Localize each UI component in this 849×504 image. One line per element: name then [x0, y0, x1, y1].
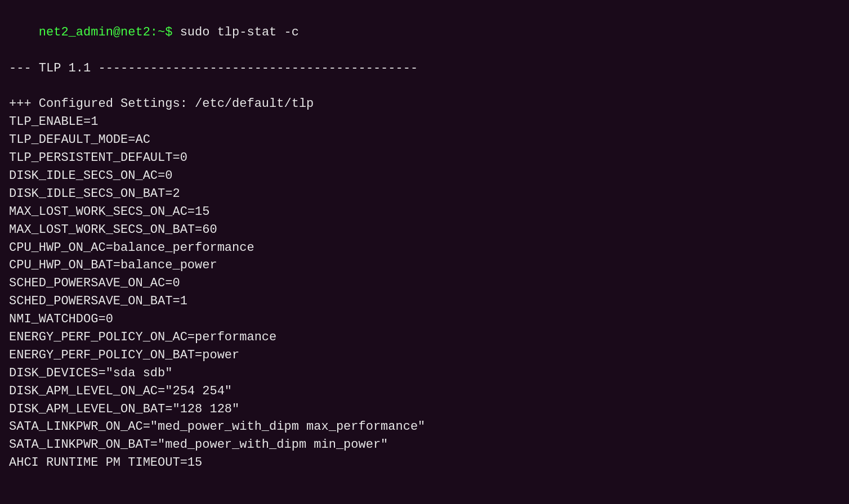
terminal-line: DISK_APM_LEVEL_ON_BAT="128 128" — [9, 400, 840, 418]
terminal-line: TLP_DEFAULT_MODE=AC — [9, 131, 840, 149]
terminal-line: MAX_LOST_WORK_SECS_ON_AC=15 — [9, 203, 840, 221]
terminal-line: ENERGY_PERF_POLICY_ON_AC=performance — [9, 328, 840, 346]
terminal-line: DISK_DEVICES="sda sdb" — [9, 364, 840, 382]
output-area: +++ Configured Settings: /etc/default/tl… — [9, 78, 840, 472]
command-prompt: net2_admin@net2:~$ sudo tlp-stat -c — [9, 6, 840, 60]
terminal-line: MAX_LOST_WORK_SECS_ON_BAT=60 — [9, 221, 840, 239]
terminal-line: TLP_PERSISTENT_DEFAULT=0 — [9, 149, 840, 167]
terminal-line: TLP_ENABLE=1 — [9, 113, 840, 131]
terminal-line — [9, 78, 840, 96]
tlp-separator: --- TLP 1.1 ----------------------------… — [9, 60, 840, 78]
terminal-line: DISK_IDLE_SECS_ON_AC=0 — [9, 167, 840, 185]
terminal-line: SCHED_POWERSAVE_ON_BAT=1 — [9, 292, 840, 310]
terminal-line: AHCI RUNTIME PM TIMEOUT=15 — [9, 454, 840, 472]
terminal-line: ENERGY_PERF_POLICY_ON_BAT=power — [9, 346, 840, 364]
prompt-user: net2_admin@net2:~$ — [39, 25, 173, 39]
terminal-line: DISK_APM_LEVEL_ON_AC="254 254" — [9, 382, 840, 400]
terminal-line: SATA_LINKPWR_ON_AC="med_power_with_dipm … — [9, 418, 840, 436]
terminal-line: DISK_IDLE_SECS_ON_BAT=2 — [9, 185, 840, 203]
terminal-line: CPU_HWP_ON_BAT=balance_power — [9, 256, 840, 274]
terminal-line: NMI_WATCHDOG=0 — [9, 310, 840, 328]
terminal-window: net2_admin@net2:~$ sudo tlp-stat -c --- … — [9, 6, 840, 472]
terminal-line: SCHED_POWERSAVE_ON_AC=0 — [9, 274, 840, 292]
terminal-line: CPU_HWP_ON_AC=balance_performance — [9, 239, 840, 257]
terminal-line: +++ Configured Settings: /etc/default/tl… — [9, 95, 840, 113]
prompt-command: sudo tlp-stat -c — [172, 25, 298, 39]
terminal-line: SATA_LINKPWR_ON_BAT="med_power_with_dipm… — [9, 436, 840, 454]
